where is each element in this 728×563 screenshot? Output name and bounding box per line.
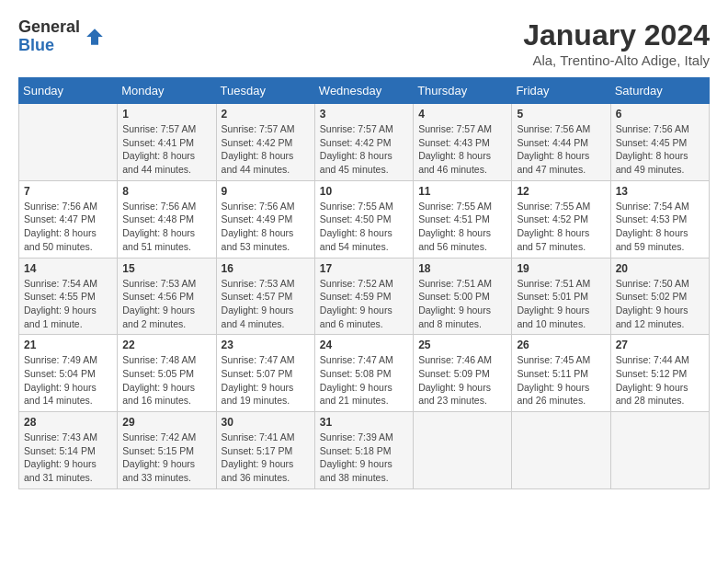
day-info: Sunrise: 7:55 AMSunset: 4:52 PMDaylight:… (517, 200, 605, 254)
calendar-cell: 14Sunrise: 7:54 AMSunset: 4:55 PMDayligh… (19, 258, 118, 335)
weekday-header-thursday: Thursday (414, 78, 512, 104)
calendar-week-4: 21Sunrise: 7:49 AMSunset: 5:04 PMDayligh… (19, 335, 710, 412)
day-number: 12 (517, 185, 605, 198)
day-info: Sunrise: 7:52 AMSunset: 4:59 PMDaylight:… (320, 277, 408, 331)
day-info: Sunrise: 7:56 AMSunset: 4:47 PMDaylight:… (24, 200, 112, 254)
day-number: 10 (320, 185, 408, 198)
logo-text: General Blue (18, 18, 80, 55)
day-info: Sunrise: 7:47 AMSunset: 5:08 PMDaylight:… (320, 353, 408, 408)
day-number: 23 (222, 339, 310, 351)
day-number: 14 (24, 262, 112, 275)
day-number: 8 (122, 185, 210, 198)
day-number: 27 (616, 339, 704, 351)
day-info: Sunrise: 7:50 AMSunset: 5:02 PMDaylight:… (616, 277, 704, 331)
day-info: Sunrise: 7:55 AMSunset: 4:51 PMDaylight:… (418, 200, 506, 254)
day-info: Sunrise: 7:44 AMSunset: 5:12 PMDaylight:… (616, 353, 704, 408)
calendar-cell: 18Sunrise: 7:51 AMSunset: 5:00 PMDayligh… (414, 258, 512, 335)
day-number: 3 (320, 108, 408, 121)
calendar-week-3: 14Sunrise: 7:54 AMSunset: 4:55 PMDayligh… (19, 258, 710, 335)
day-number: 26 (517, 339, 605, 351)
day-number: 6 (616, 108, 704, 121)
weekday-header-wednesday: Wednesday (314, 78, 413, 104)
day-number: 7 (24, 185, 112, 198)
day-number: 31 (320, 416, 408, 429)
day-number: 16 (222, 262, 310, 275)
calendar-week-1: 1Sunrise: 7:57 AMSunset: 4:41 PMDaylight… (19, 104, 710, 181)
weekday-header-monday: Monday (118, 78, 216, 104)
day-number: 29 (122, 416, 210, 429)
month-year: January 2024 (523, 18, 710, 52)
weekday-header-saturday: Saturday (610, 78, 709, 104)
calendar-cell (414, 412, 512, 489)
calendar-cell: 8Sunrise: 7:56 AMSunset: 4:48 PMDaylight… (118, 180, 216, 258)
svg-marker-0 (86, 29, 103, 45)
day-info: Sunrise: 7:42 AMSunset: 5:15 PMDaylight:… (122, 431, 210, 485)
calendar-cell: 26Sunrise: 7:45 AMSunset: 5:11 PMDayligh… (512, 335, 610, 412)
day-number: 30 (222, 416, 310, 429)
calendar-cell: 11Sunrise: 7:55 AMSunset: 4:51 PMDayligh… (414, 180, 512, 258)
calendar-cell: 7Sunrise: 7:56 AMSunset: 4:47 PMDaylight… (19, 180, 118, 258)
calendar-cell (610, 412, 709, 489)
calendar-cell: 25Sunrise: 7:46 AMSunset: 5:09 PMDayligh… (414, 335, 512, 412)
day-info: Sunrise: 7:57 AMSunset: 4:42 PMDaylight:… (320, 122, 408, 177)
day-info: Sunrise: 7:56 AMSunset: 4:49 PMDaylight:… (222, 200, 310, 254)
day-info: Sunrise: 7:49 AMSunset: 5:04 PMDaylight:… (24, 353, 112, 408)
calendar-cell: 16Sunrise: 7:53 AMSunset: 4:57 PMDayligh… (216, 258, 314, 335)
calendar-cell: 22Sunrise: 7:48 AMSunset: 5:05 PMDayligh… (118, 335, 216, 412)
calendar-cell: 31Sunrise: 7:39 AMSunset: 5:18 PMDayligh… (314, 412, 413, 489)
day-number: 4 (418, 108, 506, 121)
day-number: 5 (517, 108, 605, 121)
day-info: Sunrise: 7:46 AMSunset: 5:09 PMDaylight:… (418, 353, 506, 408)
logo-icon (84, 26, 106, 48)
calendar-cell (512, 412, 610, 489)
day-info: Sunrise: 7:56 AMSunset: 4:45 PMDaylight:… (616, 122, 704, 177)
day-info: Sunrise: 7:47 AMSunset: 5:07 PMDaylight:… (222, 353, 310, 408)
day-info: Sunrise: 7:51 AMSunset: 5:00 PMDaylight:… (418, 277, 506, 331)
calendar-table: SundayMondayTuesdayWednesdayThursdayFrid… (18, 77, 710, 489)
day-number: 22 (122, 339, 210, 351)
day-number: 15 (122, 262, 210, 275)
day-info: Sunrise: 7:56 AMSunset: 4:44 PMDaylight:… (517, 122, 605, 177)
calendar-cell: 20Sunrise: 7:50 AMSunset: 5:02 PMDayligh… (610, 258, 709, 335)
day-info: Sunrise: 7:43 AMSunset: 5:14 PMDaylight:… (24, 431, 112, 485)
day-number: 24 (320, 339, 408, 351)
logo: General Blue (18, 18, 106, 55)
day-number: 19 (517, 262, 605, 275)
day-info: Sunrise: 7:39 AMSunset: 5:18 PMDaylight:… (320, 431, 408, 485)
calendar-cell: 12Sunrise: 7:55 AMSunset: 4:52 PMDayligh… (512, 180, 610, 258)
day-info: Sunrise: 7:54 AMSunset: 4:53 PMDaylight:… (616, 200, 704, 254)
calendar-cell: 27Sunrise: 7:44 AMSunset: 5:12 PMDayligh… (610, 335, 709, 412)
weekday-header-tuesday: Tuesday (216, 78, 314, 104)
day-info: Sunrise: 7:41 AMSunset: 5:17 PMDaylight:… (222, 431, 310, 485)
calendar-body: 1Sunrise: 7:57 AMSunset: 4:41 PMDaylight… (19, 104, 710, 489)
calendar-cell: 6Sunrise: 7:56 AMSunset: 4:45 PMDaylight… (610, 104, 709, 181)
day-number: 17 (320, 262, 408, 275)
calendar-cell: 28Sunrise: 7:43 AMSunset: 5:14 PMDayligh… (19, 412, 118, 489)
day-info: Sunrise: 7:54 AMSunset: 4:55 PMDaylight:… (24, 277, 112, 331)
calendar-cell: 15Sunrise: 7:53 AMSunset: 4:56 PMDayligh… (118, 258, 216, 335)
weekday-row: SundayMondayTuesdayWednesdayThursdayFrid… (19, 78, 710, 104)
calendar-cell: 9Sunrise: 7:56 AMSunset: 4:49 PMDaylight… (216, 180, 314, 258)
day-number: 21 (24, 339, 112, 351)
day-info: Sunrise: 7:57 AMSunset: 4:41 PMDaylight:… (122, 122, 210, 177)
day-info: Sunrise: 7:51 AMSunset: 5:01 PMDaylight:… (517, 277, 605, 331)
calendar-cell: 21Sunrise: 7:49 AMSunset: 5:04 PMDayligh… (19, 335, 118, 412)
day-info: Sunrise: 7:45 AMSunset: 5:11 PMDaylight:… (517, 353, 605, 408)
calendar-cell: 3Sunrise: 7:57 AMSunset: 4:42 PMDaylight… (314, 104, 413, 181)
day-number: 18 (418, 262, 506, 275)
calendar-cell: 2Sunrise: 7:57 AMSunset: 4:42 PMDaylight… (216, 104, 314, 181)
calendar-cell (19, 104, 118, 181)
day-number: 20 (616, 262, 704, 275)
calendar-cell: 5Sunrise: 7:56 AMSunset: 4:44 PMDaylight… (512, 104, 610, 181)
day-number: 11 (418, 185, 506, 198)
calendar-cell: 30Sunrise: 7:41 AMSunset: 5:17 PMDayligh… (216, 412, 314, 489)
calendar-cell: 29Sunrise: 7:42 AMSunset: 5:15 PMDayligh… (118, 412, 216, 489)
calendar-cell: 1Sunrise: 7:57 AMSunset: 4:41 PMDaylight… (118, 104, 216, 181)
title-block: January 2024 Ala, Trentino-Alto Adige, I… (523, 18, 710, 68)
calendar-week-5: 28Sunrise: 7:43 AMSunset: 5:14 PMDayligh… (19, 412, 710, 489)
calendar-cell: 17Sunrise: 7:52 AMSunset: 4:59 PMDayligh… (314, 258, 413, 335)
logo-general: General (18, 17, 80, 36)
day-number: 9 (222, 185, 310, 198)
day-info: Sunrise: 7:57 AMSunset: 4:42 PMDaylight:… (222, 122, 310, 177)
calendar-cell: 24Sunrise: 7:47 AMSunset: 5:08 PMDayligh… (314, 335, 413, 412)
